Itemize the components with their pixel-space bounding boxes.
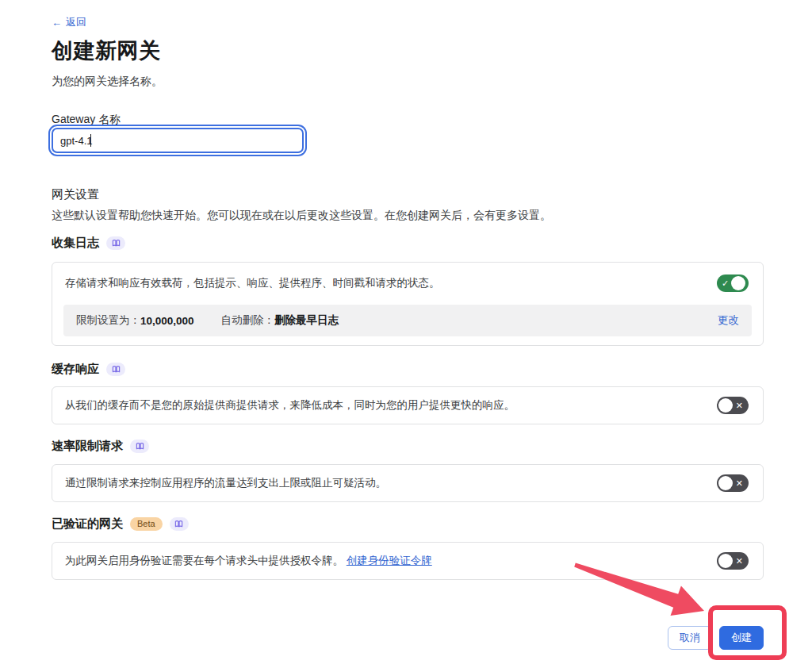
toggle-knob [718,398,733,413]
section-header-collect-logs: 收集日志 [52,236,125,251]
page-title: 创建新网关 [52,36,161,65]
docs-badge[interactable] [106,236,125,250]
book-icon [136,442,144,451]
section-title-auth-gateway: 已验证的网关 [52,516,123,532]
toggle-knob [731,276,745,290]
cache-description: 从我们的缓存而不是您的原始提供商提供请求，来降低成本，同时为您的用户提供更快的响… [65,398,515,413]
section-header-rate-limit: 速率限制请求 [52,439,149,454]
settings-heading: 网关设置 [52,187,99,202]
autodelete-value: 删除最早日志 [274,313,339,328]
rate-limit-toggle[interactable]: ✕ [717,474,749,492]
section-title-rate-limit: 速率限制请求 [52,439,123,454]
auth-gateway-card: 为此网关启用身份验证需要在每个请求头中提供授权令牌。 创建身份验证令牌 ✕ [52,542,764,580]
back-link[interactable]: ← 返回 [52,15,86,29]
back-link-label: 返回 [66,15,86,29]
toggle-knob [718,554,733,568]
beta-badge: Beta [130,517,163,531]
cache-toggle[interactable]: ✕ [717,397,749,414]
docs-badge[interactable] [130,440,149,453]
collect-logs-toggle[interactable]: ✓ [717,274,749,292]
collect-logs-description: 存储请求和响应有效载荷，包括提示、响应、提供程序、时间戳和请求的状态。 [65,276,440,290]
cross-icon: ✕ [736,401,743,410]
cross-icon: ✕ [736,479,743,488]
collect-logs-card: 存储请求和响应有效载荷，包括提示、响应、提供程序、时间戳和请求的状态。 ✓ 限制… [52,262,764,346]
book-icon [112,239,121,248]
back-arrow-icon: ← [52,17,62,29]
cache-card: 从我们的缓存而不是您的原始提供商提供请求，来降低成本，同时为您的用户提供更快的响… [52,386,764,424]
create-button[interactable]: 创建 [719,626,764,650]
section-title-cache: 缓存响应 [52,362,99,377]
section-title-collect-logs: 收集日志 [52,236,99,251]
gateway-name-label: Gateway 名称 [52,113,121,127]
autodelete-label: 自动删除： [221,313,275,328]
section-header-auth-gateway: 已验证的网关 Beta [52,516,189,532]
log-limit-row: 限制设置为： 10,000,000 自动删除： 删除最早日志 更改 [63,305,752,336]
auth-gateway-toggle[interactable]: ✕ [717,552,749,570]
auth-gateway-description: 为此网关启用身份验证需要在每个请求头中提供授权令牌。 [65,555,343,566]
toggle-knob [718,476,733,490]
create-gateway-page: ← 返回 创建新网关 为您的网关选择名称。 Gateway 名称 网关设置 这些… [0,0,812,668]
change-link[interactable]: 更改 [718,313,739,328]
limit-value: 10,000,000 [140,315,194,327]
page-subtitle: 为您的网关选择名称。 [52,75,163,89]
limit-label: 限制设置为： [76,313,140,328]
settings-description: 这些默认设置帮助您快速开始。您可以现在或在以后更改这些设置。在您创建网关后，会有… [52,209,551,223]
create-auth-token-link[interactable]: 创建身份验证令牌 [347,555,432,566]
text-cursor [90,134,91,147]
gateway-name-input[interactable] [52,128,304,153]
rate-limit-card: 通过限制请求来控制应用程序的流量达到支出上限或阻止可疑活动。 ✕ [52,464,764,502]
cancel-button[interactable]: 取消 [668,626,712,650]
book-icon [112,365,121,374]
section-header-cache: 缓存响应 [52,362,125,377]
docs-badge[interactable] [106,363,125,376]
book-icon [174,520,183,528]
docs-badge[interactable] [170,517,189,531]
rate-limit-description: 通过限制请求来控制应用程序的流量达到支出上限或阻止可疑活动。 [65,476,386,490]
cross-icon: ✕ [736,557,743,566]
footer-actions: 取消 创建 [668,626,764,650]
check-icon: ✓ [722,279,729,288]
